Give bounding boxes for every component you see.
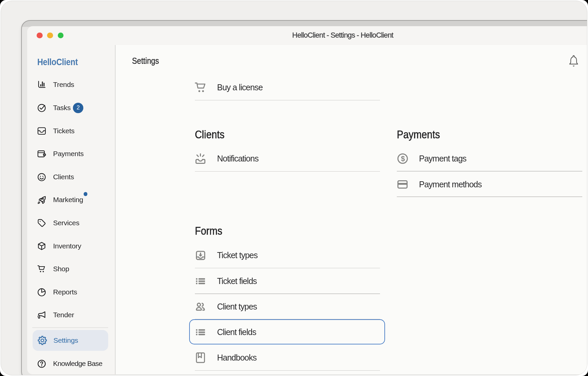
svg-text:$: $	[401, 155, 405, 163]
